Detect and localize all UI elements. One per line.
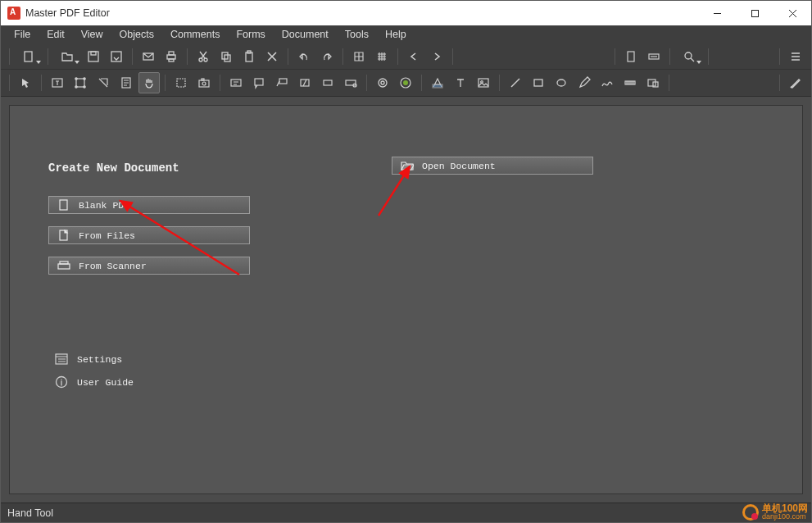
save-as-button[interactable]: [106, 46, 127, 67]
grid-button[interactable]: [348, 46, 370, 67]
svg-point-39: [379, 79, 387, 87]
menu-help[interactable]: Help: [377, 27, 415, 42]
start-page: Create New Document Blank PDF From Files…: [9, 105, 803, 494]
menu-view[interactable]: View: [73, 27, 111, 42]
print-button[interactable]: [161, 46, 182, 67]
titlebar: Master PDF Editor: [1, 1, 811, 25]
open-folder-icon: [401, 160, 414, 171]
svg-rect-46: [534, 80, 542, 86]
link-tool-button[interactable]: [340, 72, 361, 93]
edit-object-tool-button[interactable]: [70, 72, 91, 93]
insert-text-button[interactable]: [450, 72, 471, 93]
settings-label: Settings: [77, 354, 122, 365]
line-tool-button[interactable]: [505, 72, 526, 93]
maximize-button[interactable]: [736, 1, 773, 25]
hamburger-button[interactable]: [785, 46, 806, 67]
zoom-button[interactable]: [675, 46, 703, 67]
svg-point-40: [381, 81, 384, 84]
fit-width-button[interactable]: [643, 46, 665, 67]
edit-document-tool-button[interactable]: [116, 72, 137, 93]
paste-button[interactable]: [238, 46, 260, 67]
prev-page-button[interactable]: [403, 46, 424, 67]
redo-button[interactable]: [316, 46, 338, 67]
polyline-tool-button[interactable]: [597, 72, 618, 93]
menu-comments[interactable]: Comments: [162, 27, 228, 42]
menu-edit[interactable]: Edit: [39, 27, 73, 42]
from-scanner-button[interactable]: From Scanner: [48, 257, 250, 275]
menu-document[interactable]: Document: [274, 27, 337, 42]
delete-button[interactable]: [261, 46, 283, 67]
open-document-button-main[interactable]: Open Document: [392, 157, 593, 175]
next-page-button[interactable]: [426, 46, 447, 67]
text-field-button[interactable]: [427, 72, 448, 93]
watermark-line2: danji100.com: [762, 513, 808, 521]
svg-rect-1: [751, 10, 758, 16]
minimize-button[interactable]: [698, 1, 736, 25]
cut-button[interactable]: [193, 46, 214, 67]
window-controls: [698, 1, 811, 25]
settings-icon: [54, 352, 69, 366]
highlighter-toggle-button[interactable]: [785, 72, 806, 93]
snap-button[interactable]: [371, 46, 392, 67]
toolbar-row-2: [1, 70, 811, 96]
settings-link[interactable]: Settings: [54, 352, 122, 366]
rectangle-note-button[interactable]: [317, 72, 338, 93]
from-files-icon: [57, 230, 70, 241]
close-button[interactable]: [773, 1, 811, 25]
edit-text-tool-button[interactable]: [47, 72, 68, 93]
undo-button[interactable]: [293, 46, 315, 67]
menu-file[interactable]: File: [6, 27, 39, 42]
svg-rect-54: [60, 262, 68, 264]
highlight-tool-button[interactable]: [294, 72, 315, 93]
hand-tool-button[interactable]: [138, 72, 160, 93]
new-document-button[interactable]: [15, 46, 43, 67]
svg-rect-44: [479, 79, 488, 87]
insert-image-button[interactable]: [473, 72, 494, 93]
svg-rect-5: [88, 52, 98, 61]
svg-rect-28: [177, 79, 185, 87]
textbox-tool-button[interactable]: [225, 72, 247, 93]
callout-tool-button[interactable]: [271, 72, 293, 93]
from-scanner-label: From Scanner: [79, 261, 147, 271]
from-files-button[interactable]: From Files: [48, 226, 250, 244]
ellipse-tool-button[interactable]: [551, 72, 572, 93]
open-document-button[interactable]: [53, 46, 81, 67]
svg-point-24: [84, 78, 85, 80]
attachment-tool-button[interactable]: [395, 72, 416, 93]
window-title: Master PDF Editor: [25, 7, 110, 19]
svg-point-47: [557, 80, 565, 86]
blank-pdf-label: Blank PDF: [79, 200, 129, 211]
copy-button[interactable]: [215, 46, 237, 67]
status-tool-label: Hand Tool: [7, 507, 53, 519]
svg-rect-43: [433, 84, 442, 88]
edit-forms-tool-button[interactable]: [93, 72, 114, 93]
select-tool-button[interactable]: [15, 72, 36, 93]
watermark: 单机100网 danji100.com: [742, 503, 808, 521]
stamp-tool-button[interactable]: [372, 72, 393, 93]
email-button[interactable]: [138, 46, 159, 67]
svg-rect-49: [648, 80, 655, 86]
svg-rect-51: [60, 200, 67, 210]
content-area: Create New Document Blank PDF From Files…: [1, 97, 811, 503]
save-button[interactable]: [83, 46, 104, 67]
measure-tool-button[interactable]: [619, 72, 641, 93]
toolbar-row-1: [1, 43, 811, 70]
menu-objects[interactable]: Objects: [111, 27, 162, 42]
crop-tool-button[interactable]: [170, 72, 192, 93]
fit-page-button[interactable]: [620, 46, 642, 67]
redact-tool-button[interactable]: [642, 72, 664, 93]
svg-rect-53: [58, 264, 70, 269]
user-guide-link[interactable]: User Guide: [54, 375, 134, 389]
svg-rect-10: [169, 52, 174, 55]
sticky-note-tool-button[interactable]: [248, 72, 270, 93]
svg-rect-4: [25, 52, 32, 61]
menu-forms[interactable]: Forms: [228, 27, 273, 42]
svg-rect-18: [628, 52, 634, 61]
snapshot-tool-button[interactable]: [193, 72, 215, 93]
pencil-tool-button[interactable]: [574, 72, 595, 93]
rectangle-tool-button[interactable]: [528, 72, 549, 93]
menu-tools[interactable]: Tools: [337, 27, 377, 42]
svg-point-13: [204, 58, 207, 61]
blank-pdf-button[interactable]: Blank PDF: [48, 196, 250, 214]
svg-point-30: [202, 82, 206, 85]
